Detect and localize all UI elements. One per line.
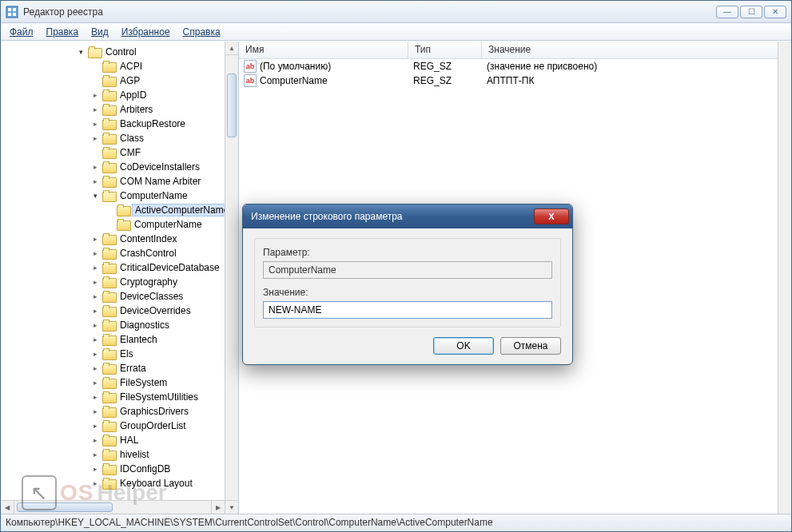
list-row[interactable]: (По умолчанию)REG_SZ(значение не присвое… — [239, 59, 791, 73]
tree-item-activecomputername[interactable]: ActiveComputerName — [1, 203, 238, 217]
tree-item[interactable]: ▸HAL — [1, 433, 238, 447]
expander-icon[interactable] — [90, 76, 100, 85]
expander-icon[interactable]: ▸ — [90, 162, 100, 172]
expander-icon[interactable]: ▸ — [90, 292, 100, 301]
expander-icon[interactable]: ▸ — [90, 450, 100, 459]
column-type[interactable]: Тип — [408, 42, 482, 58]
expander-icon[interactable]: ▸ — [90, 234, 100, 244]
scroll-right-icon[interactable]: ▶ — [211, 501, 225, 514]
list-vscrollbar[interactable] — [778, 42, 791, 514]
tree-item[interactable]: ▸GraphicsDrivers — [1, 404, 238, 419]
expander-icon[interactable]: ▸ — [90, 90, 100, 100]
tree-item[interactable]: ▸Diagnostics — [1, 318, 238, 332]
tree-item[interactable]: CMF — [1, 145, 238, 160]
folder-icon — [102, 248, 115, 259]
tree-item-control[interactable]: ▾Control — [1, 45, 238, 59]
expander-icon[interactable]: ▸ — [90, 263, 100, 272]
expander-icon[interactable] — [90, 148, 100, 157]
tree-item-computername-child[interactable]: ComputerName — [1, 217, 238, 232]
tree-item[interactable]: ▸hivelist — [1, 447, 238, 462]
tree-item[interactable]: ▸Els — [1, 347, 238, 361]
tree-item-label: FileSystemUtilities — [117, 391, 201, 403]
menu-file[interactable]: Файл — [4, 25, 39, 39]
folder-icon — [102, 262, 115, 273]
tree-item-label: Cryptography — [117, 276, 180, 288]
expander-icon[interactable]: ▸ — [90, 105, 100, 114]
expander-icon[interactable]: ▸ — [90, 349, 100, 359]
tree-item[interactable]: ▸Errata — [1, 361, 238, 375]
tree-item[interactable]: ▸DeviceClasses — [1, 289, 238, 304]
tree-item-label: Diagnostics — [117, 320, 172, 331]
dialog-title: Изменение строкового параметра — [251, 211, 534, 222]
expander-icon[interactable]: ▾ — [90, 191, 100, 200]
tree-item[interactable]: ▸CoDeviceInstallers — [1, 160, 238, 174]
column-value[interactable]: Значение — [482, 42, 791, 58]
expander-icon[interactable]: ▸ — [90, 363, 100, 373]
tree-item[interactable]: ▸Arbiters — [1, 102, 238, 117]
menu-edit[interactable]: Правка — [41, 25, 85, 39]
tree-item-label: Arbiters — [117, 104, 155, 115]
expander-icon[interactable]: ▸ — [90, 464, 100, 474]
dialog-titlebar[interactable]: Изменение строкового параметра X — [243, 204, 572, 228]
expander-icon[interactable]: ▸ — [90, 306, 100, 316]
tree-item[interactable]: ▸CriticalDeviceDatabase — [1, 260, 238, 275]
dialog-close-button[interactable]: X — [534, 208, 569, 224]
tree-item[interactable]: ▸CrashControl — [1, 246, 238, 260]
expander-icon[interactable]: ▸ — [90, 177, 100, 186]
expander-icon[interactable]: ▸ — [90, 378, 100, 387]
expander-icon[interactable] — [105, 220, 114, 229]
tree-vscrollbar[interactable]: ▲ ▼ — [225, 42, 238, 514]
expander-icon[interactable] — [105, 205, 114, 215]
scroll-thumb[interactable] — [227, 73, 237, 137]
menu-view[interactable]: Вид — [86, 25, 114, 39]
tree-item[interactable]: AGP — [1, 73, 238, 88]
tree-item[interactable]: ▸BackupRestore — [1, 117, 238, 131]
tree-item-label: CriticalDeviceDatabase — [117, 262, 222, 273]
menu-favorites[interactable]: Избранное — [116, 25, 176, 39]
ok-button[interactable]: OK — [433, 337, 494, 355]
scroll-up-icon[interactable]: ▲ — [225, 42, 238, 55]
expander-icon[interactable]: ▸ — [90, 392, 100, 402]
tree-item[interactable]: ▸Class — [1, 131, 238, 145]
tree-item[interactable]: ▸Elantech — [1, 332, 238, 347]
scroll-down-icon[interactable]: ▼ — [225, 500, 238, 514]
expander-icon[interactable]: ▾ — [76, 47, 86, 57]
expander-icon[interactable]: ▸ — [90, 248, 100, 258]
expander-icon[interactable]: ▸ — [90, 277, 100, 287]
expander-icon[interactable]: ▸ — [90, 335, 100, 344]
tree-item-label: Errata — [117, 363, 149, 374]
expander-icon[interactable]: ▸ — [90, 421, 100, 431]
expander-icon[interactable]: ▸ — [90, 119, 100, 129]
svg-rect-1 — [8, 8, 11, 11]
svg-rect-4 — [13, 13, 16, 16]
column-name[interactable]: Имя — [239, 42, 408, 58]
tree-item[interactable]: ACPI — [1, 59, 238, 73]
folder-icon — [102, 406, 115, 417]
cancel-button[interactable]: Отмена — [500, 337, 561, 355]
maximize-button[interactable]: ☐ — [740, 6, 762, 18]
tree-item-computername[interactable]: ▾ComputerName — [1, 189, 238, 203]
close-button[interactable]: ✕ — [764, 6, 786, 18]
expander-icon[interactable] — [90, 62, 100, 71]
expander-icon[interactable]: ▸ — [90, 320, 100, 330]
list-row[interactable]: ComputerNameREG_SZАПТПТ-ПК — [239, 73, 791, 88]
expander-icon[interactable]: ▸ — [90, 407, 100, 416]
tree-item-label: BackupRestore — [117, 118, 188, 129]
scroll-left-icon[interactable]: ◀ — [1, 501, 14, 514]
minimize-button[interactable]: — — [716, 6, 738, 18]
value-name: ComputerName — [260, 75, 328, 86]
tree-item[interactable]: ▸ContentIndex — [1, 232, 238, 246]
expander-icon[interactable]: ▸ — [90, 133, 100, 143]
value-input[interactable] — [263, 301, 552, 319]
tree-item[interactable]: ▸DeviceOverrides — [1, 304, 238, 318]
tree-item[interactable]: ▸IDConfigDB — [1, 462, 238, 476]
tree-item[interactable]: ▸GroupOrderList — [1, 419, 238, 433]
tree-item[interactable]: ▸Cryptography — [1, 275, 238, 289]
tree-item[interactable]: ▸AppID — [1, 88, 238, 102]
expander-icon[interactable]: ▸ — [90, 435, 100, 445]
folder-icon — [102, 118, 115, 129]
menu-help[interactable]: Справка — [177, 25, 226, 39]
tree-item[interactable]: ▸FileSystem — [1, 375, 238, 390]
tree-item[interactable]: ▸COM Name Arbiter — [1, 174, 238, 189]
tree-item[interactable]: ▸FileSystemUtilities — [1, 390, 238, 404]
